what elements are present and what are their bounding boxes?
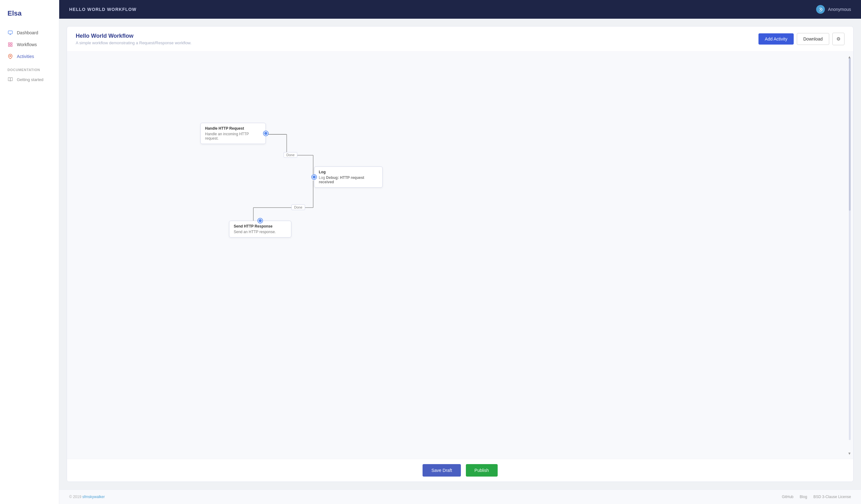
svg-rect-0 — [8, 31, 12, 34]
node-handle-http-desc: Handle an incoming HTTP request. — [205, 132, 261, 140]
node-send-http-desc: Send an HTTP response. — [234, 230, 287, 234]
sidebar: Elsa Dashboard Workflows — [0, 0, 59, 504]
scroll-arrow-down: ▼ — [848, 451, 851, 456]
add-activity-button[interactable]: Add Activity — [758, 33, 793, 44]
canvas-scrollbar-thumb — [849, 58, 851, 211]
sidebar-item-getting-started[interactable]: Getting started — [0, 73, 59, 85]
workflow-canvas: Handle HTTP Request Handle an incoming H… — [67, 52, 853, 459]
header-username: Anonymous — [828, 7, 851, 12]
handle-http-output-connector — [264, 131, 268, 136]
header-user: Anonymous — [816, 5, 851, 14]
connections-svg — [67, 52, 853, 459]
settings-button[interactable]: ⚙ — [832, 33, 845, 45]
pin-icon — [8, 54, 13, 59]
workflow-card: Hello World Workflow A simple workflow d… — [67, 26, 853, 482]
log-input-connector — [312, 175, 316, 179]
book-icon — [8, 77, 13, 82]
top-header: HELLO WORLD WORKFLOW Anonymous — [59, 0, 861, 19]
workflow-actions: Add Activity Download ⚙ — [758, 33, 845, 45]
gear-icon: ⚙ — [836, 36, 840, 41]
node-send-http[interactable]: Send HTTP Response Send an HTTP response… — [229, 221, 291, 237]
done-label-2: Done — [291, 204, 305, 210]
header-workflow-name: HELLO WORLD WORKFLOW — [69, 7, 136, 12]
save-draft-button[interactable]: Save Draft — [423, 464, 461, 477]
grid-icon — [8, 42, 13, 47]
node-log-title: Log — [319, 170, 378, 174]
node-log-desc: Log Debug: HTTP request received — [319, 176, 378, 184]
sidebar-item-dashboard[interactable]: Dashboard — [0, 27, 59, 39]
sidebar-item-activities[interactable]: Activities — [0, 51, 59, 62]
done-label-1: Done — [284, 152, 297, 158]
node-log[interactable]: Log Log Debug: HTTP request received — [314, 166, 383, 188]
scroll-arrow-up: ▲ — [848, 55, 851, 59]
sidebar-nav: Dashboard Workflows Activities DOCUMENTA… — [0, 27, 59, 498]
sidebar-item-workflows[interactable]: Workflows — [0, 39, 59, 51]
node-send-http-title: Send HTTP Response — [234, 224, 287, 229]
svg-rect-4 — [11, 43, 12, 44]
workflow-subtitle: A simple workflow demonstrating a Reques… — [76, 41, 191, 45]
doc-section-label: DOCUMENTATION — [0, 62, 59, 73]
content-area: Hello World Workflow A simple workflow d… — [59, 19, 861, 489]
footer-copyright: © 2019 sfmskywalker — [69, 495, 105, 499]
workflow-header: Hello World Workflow A simple workflow d… — [67, 27, 853, 52]
svg-rect-5 — [9, 45, 10, 46]
monitor-icon — [8, 30, 13, 36]
node-handle-http[interactable]: Handle HTTP Request Handle an incoming H… — [200, 123, 266, 144]
svg-point-8 — [820, 9, 821, 10]
canvas-scrollbar[interactable] — [849, 58, 851, 440]
send-http-input-connector — [258, 218, 262, 223]
footer-link-license[interactable]: BSD 3-Clause License — [813, 495, 851, 499]
page-footer: © 2019 sfmskywalker GitHub Blog BSD 3-Cl… — [59, 489, 861, 504]
app-logo: Elsa — [0, 6, 59, 27]
publish-button[interactable]: Publish — [466, 464, 498, 477]
node-handle-http-title: Handle HTTP Request — [205, 126, 261, 131]
svg-rect-6 — [11, 45, 12, 46]
workflow-title: Hello World Workflow — [76, 33, 191, 39]
user-avatar-icon — [816, 5, 825, 14]
workflow-info: Hello World Workflow A simple workflow d… — [76, 33, 191, 45]
workflow-footer: Save Draft Publish — [67, 459, 853, 481]
footer-links: GitHub Blog BSD 3-Clause License — [782, 495, 851, 499]
svg-rect-3 — [9, 43, 10, 44]
footer-link-github[interactable]: GitHub — [782, 495, 793, 499]
footer-link-blog[interactable]: Blog — [800, 495, 807, 499]
footer-brand[interactable]: sfmskywalker — [82, 495, 105, 499]
svg-point-7 — [10, 55, 11, 57]
download-button[interactable]: Download — [797, 33, 829, 45]
